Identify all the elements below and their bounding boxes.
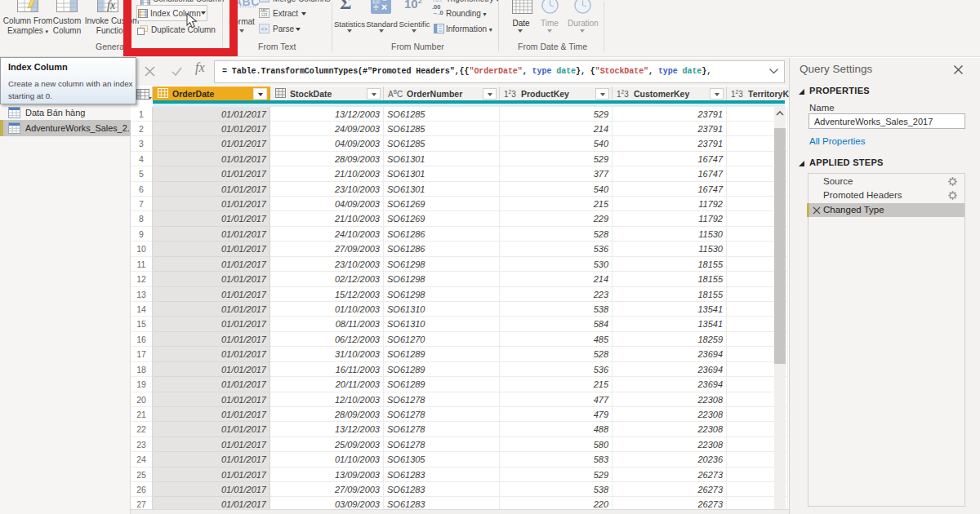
svg-text:□: □ bbox=[373, 0, 378, 5]
svg-text:fx: fx bbox=[107, 0, 116, 11]
svg-text:−: − bbox=[382, 0, 386, 4]
